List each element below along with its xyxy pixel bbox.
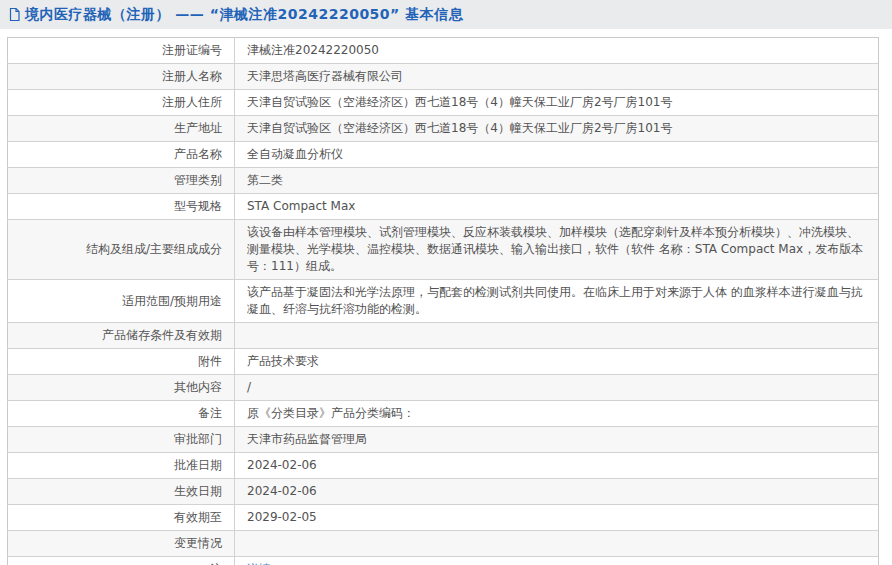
row-value: 天津思塔高医疗器械有限公司	[235, 64, 879, 90]
row-label: 变更情况	[8, 531, 235, 557]
row-value: 2024-02-06	[235, 479, 879, 505]
row-value: 天津市药品监督管理局	[235, 427, 879, 453]
table-row: 批准日期 2024-02-06	[8, 453, 879, 479]
table-row-note: 注 详情	[8, 557, 879, 565]
table-row: 产品储存条件及有效期	[8, 323, 879, 349]
row-label: 生产地址	[8, 116, 235, 142]
row-label: 有效期至	[8, 505, 235, 531]
row-label: 审批部门	[8, 427, 235, 453]
row-value: 该设备由样本管理模块、试剂管理模块、反应杯装载模块、加样模块（选配穿刺针及样本预…	[235, 220, 879, 280]
table-row: 结构及组成/主要组成成分 该设备由样本管理模块、试剂管理模块、反应杯装载模块、加…	[8, 220, 879, 280]
row-value: 2024-02-06	[235, 453, 879, 479]
row-label: 管理类别	[8, 168, 235, 194]
row-value	[235, 531, 879, 557]
row-label: 产品储存条件及有效期	[8, 323, 235, 349]
registration-info-table: 注册证编号 津械注准20242220050 注册人名称 天津思塔高医疗器械有限公…	[7, 37, 879, 565]
row-value: /	[235, 375, 879, 401]
table-row: 注册证编号 津械注准20242220050	[8, 38, 879, 64]
row-label: 附件	[8, 349, 235, 375]
row-label: 生效日期	[8, 479, 235, 505]
row-label: 结构及组成/主要组成成分	[8, 220, 235, 280]
table-row: 审批部门 天津市药品监督管理局	[8, 427, 879, 453]
table-row: 管理类别 第二类	[8, 168, 879, 194]
row-label: 备注	[8, 401, 235, 427]
document-icon	[8, 7, 21, 22]
table-row: 生产地址 天津自贸试验区（空港经济区）西七道18号（4）幢天保工业厂房2号厂房1…	[8, 116, 879, 142]
row-label: 型号规格	[8, 194, 235, 220]
row-value: 产品技术要求	[235, 349, 879, 375]
row-value: 天津自贸试验区（空港经济区）西七道18号（4）幢天保工业厂房2号厂房101号	[235, 116, 879, 142]
row-value: 该产品基于凝固法和光学法原理，与配套的检测试剂共同使用。在临床上用于对来源于人体…	[235, 280, 879, 323]
table-row: 适用范围/预期用途 该产品基于凝固法和光学法原理，与配套的检测试剂共同使用。在临…	[8, 280, 879, 323]
row-value: 详情	[235, 557, 879, 565]
page-title: 境内医疗器械（注册） —— “津械注准20242220050” 基本信息	[25, 6, 463, 24]
table-row: 生效日期 2024-02-06	[8, 479, 879, 505]
table-row: 有效期至 2029-02-05	[8, 505, 879, 531]
table-row: 注册人名称 天津思塔高医疗器械有限公司	[8, 64, 879, 90]
table-row: 型号规格 STA Compact Max	[8, 194, 879, 220]
title-bar: 境内医疗器械（注册） —— “津械注准20242220050” 基本信息	[0, 0, 892, 29]
row-label: 批准日期	[8, 453, 235, 479]
registration-info-panel: 注册证编号 津械注准20242220050 注册人名称 天津思塔高医疗器械有限公…	[7, 37, 879, 565]
table-row: 备注 原《分类目录》产品分类编码：	[8, 401, 879, 427]
row-value: 2029-02-05	[235, 505, 879, 531]
row-value: STA Compact Max	[235, 194, 879, 220]
row-value: 第二类	[235, 168, 879, 194]
table-row: 产品名称 全自动凝血分析仪	[8, 142, 879, 168]
row-label: 适用范围/预期用途	[8, 280, 235, 323]
row-label: 产品名称	[8, 142, 235, 168]
row-value: 原《分类目录》产品分类编码：	[235, 401, 879, 427]
row-label: 注册人名称	[8, 64, 235, 90]
row-value: 全自动凝血分析仪	[235, 142, 879, 168]
table-row: 其他内容 /	[8, 375, 879, 401]
row-label: 注册人住所	[8, 90, 235, 116]
table-row: 变更情况	[8, 531, 879, 557]
row-label: 注	[8, 557, 235, 565]
row-label: 注册证编号	[8, 38, 235, 64]
table-row: 注册人住所 天津自贸试验区（空港经济区）西七道18号（4）幢天保工业厂房2号厂房…	[8, 90, 879, 116]
table-row: 附件 产品技术要求	[8, 349, 879, 375]
row-value: 津械注准20242220050	[235, 38, 879, 64]
row-value: 天津自贸试验区（空港经济区）西七道18号（4）幢天保工业厂房2号厂房101号	[235, 90, 879, 116]
row-value	[235, 323, 879, 349]
row-label: 其他内容	[8, 375, 235, 401]
